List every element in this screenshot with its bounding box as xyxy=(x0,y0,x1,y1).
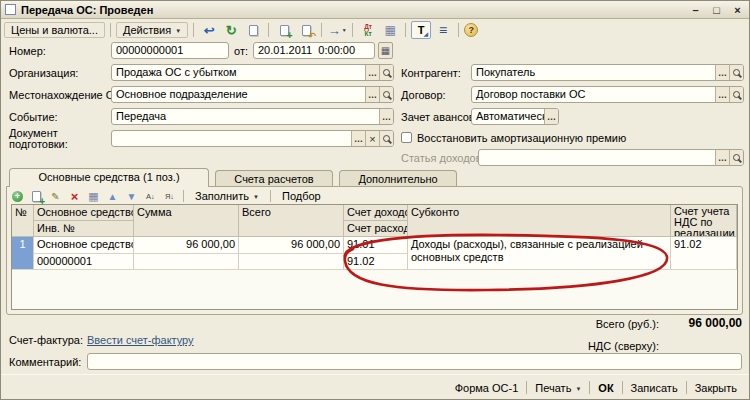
close-form-button[interactable]: Закрыть xyxy=(687,380,745,396)
asset-cell[interactable]: Основное средство xyxy=(34,237,134,253)
close-button[interactable]: × xyxy=(730,4,745,16)
dtkt-icon[interactable]: Дт Кт xyxy=(358,21,378,39)
number-field[interactable]: 00000000001 xyxy=(111,42,229,59)
edit-row-icon[interactable] xyxy=(47,189,64,204)
move-down-icon[interactable] xyxy=(123,189,140,204)
ellipsis-button[interactable] xyxy=(351,131,365,146)
magnifier-icon[interactable] xyxy=(729,87,743,102)
col-header-total[interactable]: Всего xyxy=(239,205,344,237)
col-header-expense-account[interactable]: Счет расход... xyxy=(344,221,408,237)
advances-field[interactable]: Автоматически xyxy=(471,108,559,125)
document-icon xyxy=(5,4,16,15)
col-header-income-account[interactable]: Счет доходов xyxy=(344,205,408,221)
doc-plus-glyph xyxy=(32,191,41,202)
ellipsis-button[interactable] xyxy=(715,65,729,80)
maximize-button[interactable]: □ xyxy=(709,4,724,16)
sum-cell[interactable]: 96 000,00 xyxy=(134,237,239,253)
inventory-cell[interactable]: 000000001 xyxy=(34,253,134,269)
tab-settlement-accounts[interactable]: Счета расчетов xyxy=(215,170,333,187)
ellipsis-button[interactable] xyxy=(715,87,729,102)
location-label: Местонахождение ОС: xyxy=(9,89,125,101)
revert-doc-icon[interactable] xyxy=(296,21,316,39)
ok-button[interactable]: ОК xyxy=(590,380,621,396)
row-bottom-line xyxy=(12,269,737,270)
col-header-vat-account[interactable]: Счет учета НДС по реализации xyxy=(671,205,737,237)
add-row-icon[interactable] xyxy=(9,189,26,204)
main-toolbar: Цены и валюта... Действия Дт Кт ? xyxy=(1,20,749,40)
save-button[interactable]: Записать xyxy=(623,380,686,396)
organization-value: Продажа ОС с убытком xyxy=(112,65,365,80)
move-up-icon[interactable] xyxy=(104,189,121,204)
comment-label: Комментарий: xyxy=(9,356,81,368)
ellipsis-button[interactable] xyxy=(365,87,379,102)
col-header-sum[interactable]: Сумма xyxy=(134,205,239,237)
grid-toolbar-separator xyxy=(270,190,271,202)
total-cell[interactable]: 96 000,00 xyxy=(239,237,344,253)
clear-icon[interactable] xyxy=(365,131,379,146)
form-os1-button[interactable]: Форма ОС-1 xyxy=(447,380,527,396)
location-field[interactable]: Основное подразделение xyxy=(111,86,394,103)
organization-field[interactable]: Продажа ОС с убытком xyxy=(111,64,394,81)
magnifier-icon[interactable] xyxy=(379,131,393,146)
event-field[interactable]: Передача xyxy=(111,108,394,125)
magnifier-icon[interactable] xyxy=(379,65,393,80)
magnifier-icon[interactable] xyxy=(729,150,743,165)
comment-field[interactable] xyxy=(87,353,742,370)
ellipsis-button[interactable] xyxy=(365,65,379,80)
post-icon[interactable] xyxy=(199,21,219,39)
add-doc-icon[interactable] xyxy=(274,21,294,39)
col-header-num[interactable]: № xyxy=(12,205,34,237)
copy-doc-icon[interactable] xyxy=(243,21,263,39)
type-filter-icon[interactable] xyxy=(411,21,431,39)
help-icon[interactable]: ? xyxy=(464,23,478,37)
col-header-inventory[interactable]: Инв. № xyxy=(34,221,134,237)
advances-label: Зачет авансов: xyxy=(401,111,478,123)
go-icon[interactable] xyxy=(327,21,347,39)
toolbar-separator xyxy=(405,23,406,37)
prep-doc-field[interactable] xyxy=(111,130,394,147)
ellipsis-button[interactable] xyxy=(379,109,393,124)
sort-asc-icon[interactable]: А↓ xyxy=(142,189,159,204)
invoice-label: Счет-фактура: xyxy=(9,334,83,346)
tab-additional[interactable]: Дополнительно xyxy=(339,170,457,187)
copy-row-icon[interactable] xyxy=(28,189,45,204)
prices-currency-button[interactable]: Цены и валюта... xyxy=(4,22,105,38)
minimize-button[interactable]: – xyxy=(688,4,703,16)
ellipsis-button[interactable] xyxy=(715,150,729,165)
refresh-icon[interactable] xyxy=(221,21,241,39)
income-item-field[interactable] xyxy=(478,149,744,166)
comment-value xyxy=(88,354,741,369)
restore-bonus-checkbox[interactable] xyxy=(401,132,412,143)
delete-row-icon[interactable] xyxy=(66,189,83,204)
enter-invoice-link[interactable]: Ввести счет-фактуру xyxy=(87,334,194,346)
actions-menu-button[interactable]: Действия xyxy=(116,22,188,38)
tab-fixed-assets[interactable]: Основные средства (1 поз.) xyxy=(9,168,209,187)
doc-plus-glyph xyxy=(280,25,289,36)
calendar-icon[interactable] xyxy=(378,42,393,59)
sort-desc-icon[interactable]: Я↓ xyxy=(161,189,178,204)
list-icon[interactable] xyxy=(433,21,453,39)
magnifier-icon[interactable] xyxy=(379,87,393,102)
window: Передача ОС: Проведен – □ × Цены и валют… xyxy=(0,0,750,400)
total-cell-empty[interactable] xyxy=(239,253,344,269)
vat-account-cell[interactable]: 91.02 xyxy=(671,237,737,269)
sum-cell-empty[interactable] xyxy=(134,253,239,269)
end-edit-icon[interactable] xyxy=(85,189,102,204)
row-number-cell[interactable]: 1 xyxy=(12,237,34,269)
subconto-cell[interactable]: Доходы (расходы), связанные с реализацие… xyxy=(408,237,671,269)
income-account-cell[interactable]: 91.01 xyxy=(344,237,408,253)
pick-button[interactable]: Подбор xyxy=(276,190,327,202)
fill-button[interactable]: Заполнить xyxy=(189,190,265,202)
date-field[interactable]: 20.01.2011 0:00:00 xyxy=(253,42,375,59)
contract-field[interactable]: Договор поставки ОС xyxy=(471,86,744,103)
report-icon[interactable] xyxy=(380,21,400,39)
event-label: Событие: xyxy=(9,111,58,123)
ellipsis-button[interactable] xyxy=(544,109,558,124)
col-header-asset[interactable]: Основное средство xyxy=(34,205,134,221)
counterparty-field[interactable]: Покупатель xyxy=(471,64,744,81)
col-header-subconto[interactable]: Субконто xyxy=(408,205,671,237)
toolbar-separator xyxy=(268,23,269,37)
expense-account-cell[interactable]: 91.02 xyxy=(344,253,408,269)
magnifier-icon[interactable] xyxy=(729,65,743,80)
print-button[interactable]: Печать xyxy=(527,380,589,396)
